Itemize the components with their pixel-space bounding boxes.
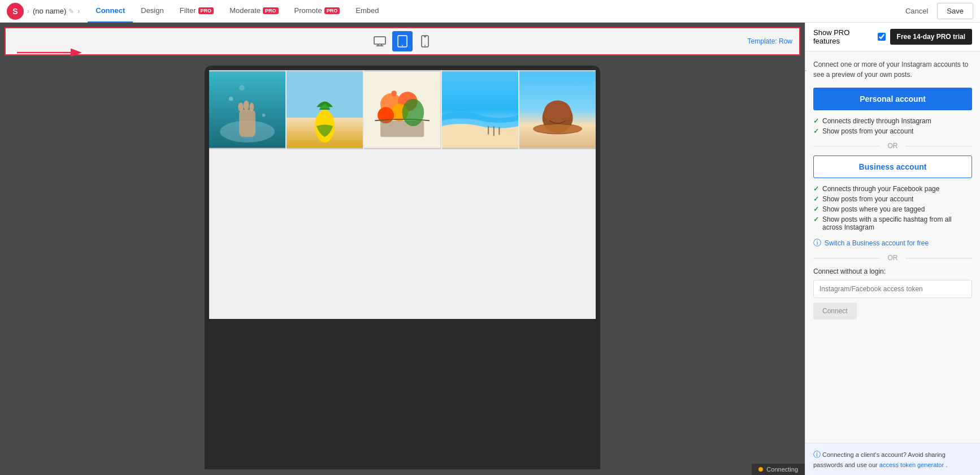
sidebar-arrow-container: Connect one or more of your Instagram ac… <box>813 59 972 80</box>
blank-preview-area <box>209 149 596 319</box>
svg-rect-12 <box>239 110 255 137</box>
svg-point-36 <box>544 101 571 124</box>
personal-feature-2: ✓ Show posts from your account <box>813 127 972 135</box>
info-circle-icon: ⓘ <box>813 238 821 248</box>
tab-moderate[interactable]: Moderate PRO <box>222 0 286 23</box>
check-icon-2: ✓ <box>813 127 819 135</box>
photo-grid <box>209 70 596 149</box>
tab-connect[interactable]: Connect <box>88 0 133 23</box>
preview-area: Template: Row <box>0 23 805 475</box>
business-feature-1: ✓ Connects through your Facebook page <box>813 185 972 193</box>
svg-point-27 <box>402 99 424 126</box>
sidebar-connect-content: Connect one or more of your Instagram ac… <box>805 51 980 443</box>
desktop-view-button[interactable] <box>370 31 390 51</box>
show-pro-label: Show PRO features <box>813 28 886 45</box>
svg-point-18 <box>239 85 245 91</box>
edit-project-icon[interactable]: ✎ <box>68 7 74 15</box>
personal-features-list: ✓ Connects directly through Instagram ✓ … <box>813 117 972 135</box>
business-feature-2: ✓ Show posts from your account <box>813 195 972 203</box>
left-arrow-indicator <box>17 44 90 61</box>
show-pro-checkbox[interactable] <box>878 33 885 41</box>
top-navigation: S › (no name) ✎ › Connect Design Filter … <box>0 0 980 23</box>
svg-point-14 <box>244 101 249 110</box>
tab-design[interactable]: Design <box>133 0 171 23</box>
or-divider-2: OR <box>813 254 972 262</box>
pro-trial-button[interactable]: Free 14-day PRO trial <box>890 29 972 45</box>
mobile-view-button[interactable] <box>415 31 435 51</box>
right-arrow-indicator <box>805 64 810 78</box>
device-preview <box>0 60 805 475</box>
svg-point-8 <box>424 45 426 46</box>
svg-point-16 <box>229 97 233 101</box>
check-icon-6: ✓ <box>813 215 819 223</box>
sidebar-top-bar: Show PRO features Free 14-day PRO trial <box>805 23 980 51</box>
photo-2 <box>287 70 363 149</box>
breadcrumb-chevron-2: › <box>77 7 80 15</box>
save-button[interactable]: Save <box>937 3 973 19</box>
project-name[interactable]: (no name) <box>33 7 66 15</box>
svg-point-28 <box>392 90 397 96</box>
photo-3 <box>364 70 440 149</box>
svg-point-17 <box>262 114 266 117</box>
connect-description: Connect one or more of your Instagram ac… <box>813 59 972 80</box>
connect-token-button[interactable]: Connect <box>813 303 857 319</box>
photo-5 <box>519 70 596 149</box>
photo-4 <box>442 70 518 149</box>
toolbar-strip: Template: Row <box>5 27 800 55</box>
check-icon-4: ✓ <box>813 195 819 203</box>
svg-point-6 <box>402 45 403 46</box>
nav-tabs: Connect Design Filter PRO Moderate PRO P… <box>88 0 387 23</box>
personal-feature-1: ✓ Connects directly through Instagram <box>813 117 972 125</box>
check-icon-5: ✓ <box>813 205 819 213</box>
right-sidebar: Show PRO features Free 14-day PRO trial … <box>805 23 980 475</box>
breadcrumb-chevron-1: › <box>27 7 29 15</box>
template-label: Template: <box>748 37 777 45</box>
tablet-view-button[interactable] <box>392 31 413 51</box>
personal-account-button[interactable]: Personal account <box>813 88 972 110</box>
app-logo[interactable]: S <box>7 3 24 20</box>
footer-end: . <box>946 461 947 468</box>
access-token-generator-link[interactable]: access token generator <box>879 461 944 468</box>
business-features-list: ✓ Connects through your Facebook page ✓ … <box>813 185 972 231</box>
status-dot <box>758 467 763 472</box>
tab-promote[interactable]: Promote PRO <box>287 0 348 23</box>
svg-point-37 <box>533 124 582 133</box>
access-token-input[interactable] <box>813 280 972 298</box>
status-text: Connecting <box>766 466 798 473</box>
business-account-button[interactable]: Business account <box>813 156 972 178</box>
photo-1 <box>209 70 285 149</box>
switch-business-link[interactable]: Switch a Business account for free <box>825 239 929 247</box>
or-divider-1: OR <box>813 142 972 150</box>
template-value[interactable]: Row <box>779 37 792 45</box>
business-feature-4: ✓ Show posts with a specific hashtag fro… <box>813 215 972 231</box>
cancel-button[interactable]: Cancel <box>899 3 935 19</box>
svg-point-15 <box>249 102 254 111</box>
status-bar: Connecting <box>752 464 805 475</box>
connect-without-label: Connect without a login: <box>813 267 972 275</box>
laptop-frame <box>205 66 600 469</box>
laptop-screen <box>209 70 596 319</box>
switch-link-row: ⓘ Switch a Business account for free <box>813 238 972 248</box>
check-icon-3: ✓ <box>813 185 819 193</box>
main-layout: Template: Row <box>0 23 980 475</box>
sidebar-footer: ⓘ Connecting a client's account? Avoid s… <box>805 443 980 475</box>
svg-rect-1 <box>374 37 385 44</box>
check-icon-1: ✓ <box>813 117 819 125</box>
business-feature-3: ✓ Show posts where you are tagged <box>813 205 972 213</box>
tab-embed[interactable]: Embed <box>348 0 387 23</box>
footer-info-icon: ⓘ <box>813 450 821 459</box>
tab-filter[interactable]: Filter PRO <box>172 0 222 23</box>
template-info: Template: Row <box>748 37 792 45</box>
svg-point-13 <box>238 102 244 111</box>
